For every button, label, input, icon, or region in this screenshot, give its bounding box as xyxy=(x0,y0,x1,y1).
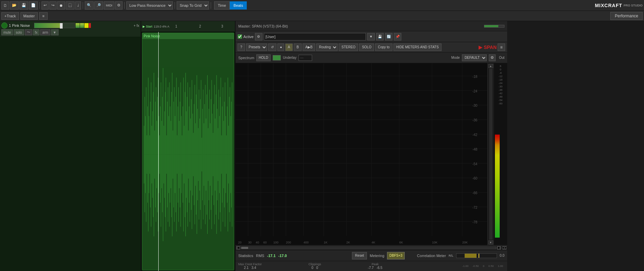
open-file-btn[interactable]: 📂 xyxy=(10,1,19,10)
corr-value: 0.0 xyxy=(500,254,504,257)
active-checkbox[interactable] xyxy=(238,34,242,39)
stereo-btn[interactable]: STEREO xyxy=(339,44,358,51)
record-btn[interactable]: ⏺ xyxy=(57,1,65,10)
save-file-btn[interactable]: 💾 xyxy=(19,1,28,10)
track-fader[interactable] xyxy=(34,23,75,28)
vst-progress-fill xyxy=(484,25,498,27)
clippings-label: Clippings xyxy=(308,262,321,266)
vst-spectrum-header: Spectrum HOLD Underlay Mode DEFAULT ⚙ Ou… xyxy=(236,52,507,63)
save-as-btn[interactable]: 📄 xyxy=(29,1,38,10)
time-btn[interactable]: Time xyxy=(214,1,230,10)
svg-text:-54: -54 xyxy=(472,162,478,166)
playhead xyxy=(158,32,159,271)
green-indicator xyxy=(273,55,281,61)
performance-btn[interactable]: Performance xyxy=(610,12,643,20)
beats-btn[interactable]: Beats xyxy=(230,1,247,10)
arm-btn[interactable]: arm xyxy=(40,29,50,35)
snap-select[interactable]: Snap To Grid xyxy=(177,1,209,10)
refresh-btn[interactable]: ↺ xyxy=(268,44,276,51)
clippings-vals: 0 0 xyxy=(311,266,318,270)
undo-btn[interactable]: ↩ xyxy=(42,1,49,10)
level-bar-1 xyxy=(76,23,80,28)
vu-label-n18: -18 xyxy=(499,78,503,81)
search2-btn[interactable]: 🔎 xyxy=(94,1,103,10)
scroll-thumb-h xyxy=(241,247,248,249)
rms-l-value: -17.1 xyxy=(267,254,275,258)
presets-select[interactable]: Presets xyxy=(246,44,267,51)
fx-btn[interactable]: fx xyxy=(33,29,40,35)
correlation-label: Correlation Meter xyxy=(417,254,446,258)
search-btn[interactable]: 🔍 xyxy=(85,1,94,10)
redo-btn[interactable]: ↪ xyxy=(49,1,57,10)
preset-dropdown-btn[interactable]: ▼ xyxy=(367,33,375,40)
max-crest-vals: 2.1 3.4 xyxy=(244,266,256,270)
preset-field[interactable] xyxy=(264,33,366,40)
mode-select[interactable]: DEFAULT xyxy=(462,54,487,61)
spectrum-gear-btn[interactable]: ⚙ xyxy=(489,54,496,61)
time-beats-group: Time Beats xyxy=(214,1,247,10)
corr-tick-05: 0.50 xyxy=(488,265,494,268)
preset-reload-btn[interactable]: 🔄 xyxy=(385,33,392,40)
svg-text:200: 200 xyxy=(286,241,291,244)
vst-title-bar: Master: SPAN (VST3) (64-Bit) xyxy=(236,21,507,31)
preset-save-btn[interactable]: 💾 xyxy=(376,33,384,40)
hide-meters-btn[interactable]: HIDE METERS AND STATS xyxy=(393,44,441,51)
corr-tick-n05: -0.50 xyxy=(472,265,479,268)
spectrum-scrollbar: ◀ ▶ ◄► xyxy=(236,245,507,250)
scroll-left-btn[interactable]: ◀ xyxy=(236,246,240,250)
pin-btn[interactable]: 📌 xyxy=(394,33,401,40)
spectrum-right-scrollbar: ▲ ▼ xyxy=(487,63,494,245)
underlay-field[interactable] xyxy=(299,55,312,61)
settings-gear-btn[interactable]: ⚙ xyxy=(255,33,262,40)
ab-btn[interactable]: A▶B xyxy=(303,44,315,51)
scroll-down-btn[interactable]: ▼ xyxy=(488,240,493,244)
track-fader-knob[interactable] xyxy=(60,23,63,29)
peak-label: Peak xyxy=(372,262,379,266)
master-btn[interactable]: Master xyxy=(20,12,38,20)
scroll-up-btn[interactable]: ▲ xyxy=(488,64,493,68)
routing-select[interactable]: Routing xyxy=(316,44,338,51)
svg-text:-30: -30 xyxy=(472,104,478,107)
add-track-btn[interactable]: +Track xyxy=(1,12,19,20)
new-file-btn[interactable]: 🗋 xyxy=(1,1,9,10)
svg-text:-60: -60 xyxy=(472,176,478,180)
mute-btn[interactable]: mute xyxy=(1,29,13,35)
collapse-btn[interactable]: ≡ xyxy=(39,12,47,20)
headphone-btn[interactable]: 🎧 xyxy=(66,1,75,10)
scroll-right-btn[interactable]: ▶ xyxy=(497,246,501,250)
midi-btn[interactable]: MIDI xyxy=(104,1,114,10)
solo-btn[interactable]: SOLO xyxy=(359,44,374,51)
clip-block-1[interactable]: Pink Noise xyxy=(142,33,234,270)
circle-btn[interactable]: ● xyxy=(277,44,284,51)
vu-label-n30: -30 xyxy=(499,85,503,88)
empty-track-area xyxy=(0,37,141,271)
vu-label-6: 6 xyxy=(500,65,501,68)
a-btn[interactable]: A xyxy=(285,44,293,51)
track-row-1: 1 Pink Noise + fx xyxy=(0,21,141,37)
settings-btn[interactable]: ⚙ xyxy=(115,1,123,10)
arm-dropdown-btn[interactable]: ▼ xyxy=(51,29,59,35)
copy-to-btn[interactable]: Copy to xyxy=(375,44,392,51)
fx-send-label[interactable]: + fx xyxy=(134,24,139,28)
solo-btn[interactable]: solo xyxy=(14,29,24,35)
reset-btn[interactable]: Reset xyxy=(352,252,367,259)
stat-peak: Peak -7.7 -6.5 xyxy=(368,262,383,270)
help-btn[interactable]: ? xyxy=(238,44,245,51)
metering-dbfs-btn[interactable]: DBFS+3 xyxy=(387,252,405,259)
svg-text:20: 20 xyxy=(238,241,241,244)
svg-text:20K: 20K xyxy=(462,241,468,244)
logo-text: MIXCRAFT xyxy=(595,3,622,8)
rms-label: RMS xyxy=(256,254,264,258)
effect-select[interactable]: Low Pass Resonance xyxy=(126,1,173,10)
metronome-btn[interactable]: ♩ xyxy=(75,1,81,10)
spectrum-svg: -18 -24 -30 -36 -42 -48 -54 -60 -66 -72 … xyxy=(236,63,487,245)
hold-btn[interactable]: HOLD xyxy=(256,54,271,61)
track-fader-fill xyxy=(34,23,63,28)
spectrum-canvas[interactable]: -18 -24 -30 -36 -42 -48 -54 -60 -66 -72 … xyxy=(236,63,487,245)
b-btn[interactable]: B xyxy=(294,44,302,51)
vst-menu-btn[interactable]: ≡ xyxy=(498,44,505,51)
zoom-out-btn[interactable]: ◄► xyxy=(502,246,506,250)
wave-btn[interactable]: 〜 xyxy=(25,29,32,35)
vst-toolbar: ? Presets ↺ ● A B A▶B Routing STEREO SOL… xyxy=(236,42,507,52)
vu-meter-panel: 6 0 -6 -12 -18 -24 -30 -36 -42 -48 -54 -… xyxy=(494,63,507,245)
